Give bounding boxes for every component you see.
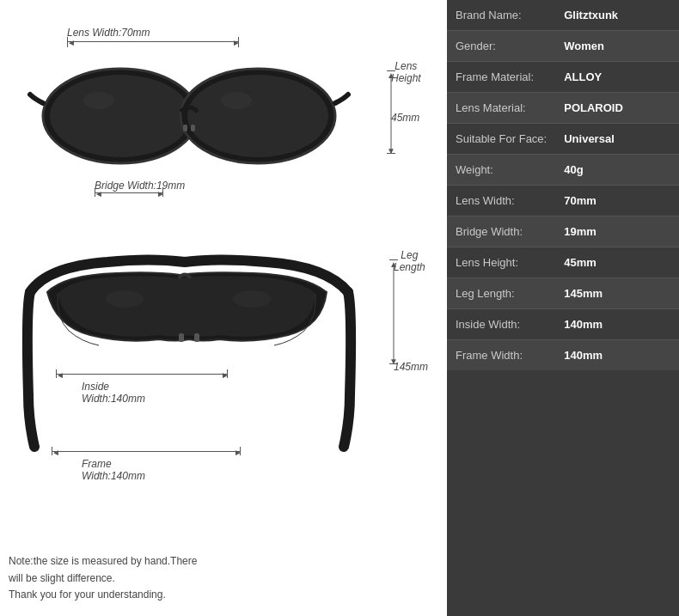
lens-material-label: Lens Material: xyxy=(447,93,555,124)
leg-length-value: 145mm xyxy=(394,361,428,373)
bridge-width-arrow-right: ► xyxy=(156,189,165,198)
spec-row-bridge-width: Bridge Width: 19mm xyxy=(447,217,679,247)
lens-width-tick-right xyxy=(238,37,239,47)
left-panel: Lens Width:70mm ◄ ► xyxy=(0,0,447,616)
note-line1: Note:the size is measured by hand.There … xyxy=(9,553,206,586)
bridge-width-spec-label: Bridge Width: xyxy=(447,217,555,247)
gender-label: Gender: xyxy=(447,31,555,62)
lens-height-arrow-top: ▲ xyxy=(387,70,395,80)
frame-width-spec-value: 140mm xyxy=(555,340,679,371)
frame-width-tick-left xyxy=(52,447,52,455)
svg-point-1 xyxy=(50,75,191,157)
spec-row-leg-length: Leg Length: 145mm xyxy=(447,278,679,309)
spec-row-inside-width: Inside Width: 140mm xyxy=(447,309,679,340)
leg-length-tick-bottom xyxy=(389,363,398,364)
bridge-width-arrow-left: ◄ xyxy=(95,189,103,198)
svg-point-8 xyxy=(106,290,144,308)
svg-rect-11 xyxy=(194,333,199,342)
note-line2: Thank you for your understanding. xyxy=(9,587,206,603)
lens-height-tick-bottom xyxy=(387,153,395,154)
gender-value: Women xyxy=(555,31,679,62)
spec-row-brand: Brand Name: Glitztxunk xyxy=(447,0,679,31)
face-value: Universal xyxy=(555,124,679,155)
inside-width-label: Inside Width:140mm xyxy=(82,381,145,405)
svg-point-5 xyxy=(221,92,252,109)
leg-length-spec-label: Leg Length: xyxy=(447,278,555,309)
lens-width-arrow-right: ► xyxy=(232,38,241,47)
lens-height-tick-top xyxy=(387,70,395,71)
svg-rect-6 xyxy=(183,125,187,131)
lens-height-spec-label: Lens Height: xyxy=(447,247,555,278)
leg-length-label: Leg Length xyxy=(394,249,425,273)
frame-material-value: ALLOY xyxy=(555,62,679,93)
leg-length-arrow-bottom: ▼ xyxy=(389,357,398,366)
lens-height-line xyxy=(391,76,392,153)
lens-height-spec-value: 45mm xyxy=(555,247,679,278)
spec-row-lens-height: Lens Height: 45mm xyxy=(447,247,679,278)
lens-material-value: POLAROID xyxy=(555,93,679,124)
spec-table: Brand Name: Glitztxunk Gender: Women Fra… xyxy=(447,0,679,370)
bridge-width-line xyxy=(95,192,163,193)
frame-width-arrow-right: ► xyxy=(234,448,242,457)
spec-row-weight: Weight: 40g xyxy=(447,155,679,186)
svg-rect-7 xyxy=(191,125,195,131)
bridge-width-label: Bridge Width:19mm xyxy=(95,180,185,192)
lens-width-arrow-left: ◄ xyxy=(67,38,76,47)
bottom-glasses-section: ◄ ► Inside Width:140mm ◄ ► Frame Width:1… xyxy=(9,223,438,524)
spec-row-frame-width: Frame Width: 140mm xyxy=(447,340,679,371)
inside-width-tick-right xyxy=(227,369,228,378)
lens-height-label: Lens Height xyxy=(391,60,421,84)
spec-row-lens-width: Lens Width: 70mm xyxy=(447,186,679,217)
lens-height-value: 45mm xyxy=(391,112,419,124)
brand-label: Brand Name: xyxy=(447,0,555,31)
inside-width-line xyxy=(56,374,228,375)
lens-width-label: Lens Width:70mm xyxy=(67,27,150,39)
leg-length-tick-top xyxy=(389,259,398,260)
bridge-width-tick-right xyxy=(162,188,163,197)
inside-width-spec-label: Inside Width: xyxy=(447,309,555,340)
frame-material-label: Frame Material: xyxy=(447,62,555,93)
bridge-width-tick-left xyxy=(95,188,95,197)
spec-row-frame-material: Frame Material: ALLOY xyxy=(447,62,679,93)
lens-height-arrow-bottom: ▼ xyxy=(387,146,395,156)
svg-point-3 xyxy=(187,75,328,157)
lens-width-spec-label: Lens Width: xyxy=(447,186,555,217)
top-glasses-image xyxy=(26,47,352,197)
weight-value: 40g xyxy=(555,155,679,186)
frame-width-line xyxy=(52,451,241,452)
leg-length-line xyxy=(394,265,395,363)
inside-width-arrow-left: ◄ xyxy=(56,370,64,380)
inside-width-tick-left xyxy=(56,369,57,378)
bridge-width-annotation: Bridge Width:19mm ◄ ► xyxy=(95,177,185,192)
inside-width-spec-value: 140mm xyxy=(555,309,679,340)
lens-width-annotation: Lens Width:70mm ◄ ► xyxy=(67,24,150,40)
weight-label: Weight: xyxy=(447,155,555,186)
frame-width-tick-right xyxy=(240,447,241,455)
bottom-glasses-image xyxy=(21,241,357,493)
frame-width-arrow-left: ◄ xyxy=(52,448,60,457)
main-container: Lens Width:70mm ◄ ► xyxy=(0,0,679,616)
spec-row-lens-material: Lens Material: POLAROID xyxy=(447,93,679,124)
lens-width-line xyxy=(67,41,239,42)
frame-width-spec-label: Frame Width: xyxy=(447,340,555,371)
svg-point-9 xyxy=(233,290,271,308)
svg-point-4 xyxy=(83,92,114,109)
spec-row-face: Suitable For Face: Universal xyxy=(447,124,679,155)
bridge-width-spec-value: 19mm xyxy=(555,217,679,247)
svg-rect-10 xyxy=(179,333,184,342)
top-glasses-section: Lens Width:70mm ◄ ► xyxy=(9,17,438,215)
lens-width-tick-left xyxy=(67,37,68,47)
leg-length-arrow-top: ▲ xyxy=(389,259,398,269)
brand-value: Glitztxunk xyxy=(555,0,679,31)
leg-length-spec-value: 145mm xyxy=(555,278,679,309)
frame-width-label: Frame Width:140mm xyxy=(82,458,145,482)
face-label: Suitable For Face: xyxy=(447,124,555,155)
note-section: Note:the size is measured by hand.There … xyxy=(9,553,206,603)
inside-width-arrow-right: ► xyxy=(221,370,229,380)
lens-width-spec-value: 70mm xyxy=(555,186,679,217)
spec-row-gender: Gender: Women xyxy=(447,31,679,62)
right-panel: Brand Name: Glitztxunk Gender: Women Fra… xyxy=(447,0,679,616)
